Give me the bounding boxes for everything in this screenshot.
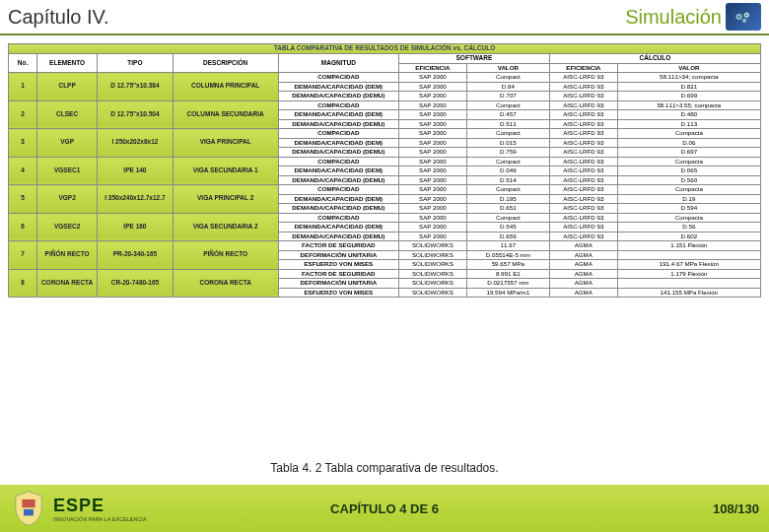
stub-tipo: IPE 140: [98, 157, 173, 185]
cell-ceff: AISC-LRFD 93: [549, 166, 617, 176]
cell-ceff: AISC-LRFD 93: [549, 92, 617, 101]
col-soft-val: VALOR: [466, 63, 549, 73]
cell-ceff: AISC-LRFD 93: [549, 213, 617, 223]
espe-logo-text: ESPE: [53, 496, 147, 516]
cell-seff: SAP 2000: [399, 138, 467, 148]
col-tipo: TIPO: [98, 53, 173, 72]
cell-sval: D.659: [466, 232, 549, 241]
col-calc-val: VALOR: [617, 63, 760, 73]
stub-no: 5: [9, 185, 37, 214]
magnitude-label: COMPACIDAD: [278, 73, 398, 83]
table-row: 1CLPPD 12.75"x10.384COLUMNA PRINCIPALCOM…: [9, 73, 761, 83]
stub-tipo: IPE 160: [98, 213, 173, 241]
cell-cval: 58.111>34; compacta: [617, 73, 760, 83]
magnitude-label: ESFUERZO VON MISES: [278, 288, 398, 298]
col-elemento: ELEMENTO: [37, 53, 98, 72]
cell-cval: D.56: [617, 223, 760, 233]
cell-cval: D.821: [617, 82, 760, 92]
results-table: TABLA COMPARATIVA DE RESULTADOS DE SIMUL…: [8, 43, 761, 298]
magnitude-label: DEMANDA/CAPACIDAD (DEMU): [278, 204, 398, 214]
cell-seff: SAP 2000: [399, 148, 467, 158]
stub-desc: CORONA RECTA: [173, 269, 278, 298]
cell-seff: SAP 2000: [399, 110, 467, 120]
svg-rect-6: [22, 499, 35, 507]
cell-seff: SAP 2000: [399, 213, 467, 223]
cell-seff: SAP 2000: [399, 185, 467, 195]
cell-cval: D.480: [617, 110, 760, 120]
magnitude-label: FACTOR DE SEGURIDAD: [278, 241, 398, 251]
cell-ceff: AISC-LRFD 93: [549, 148, 617, 158]
cell-sval: 8.991 E1: [466, 269, 549, 279]
cell-sval: D.651: [466, 204, 549, 214]
stub-el: VGSEC2: [37, 213, 98, 241]
stub-tipo: PR-20-340-165: [98, 241, 173, 270]
cell-sval: D.545: [466, 223, 549, 233]
cell-ceff: AISC-LRFD 93: [549, 194, 617, 204]
magnitude-label: COMPACIDAD: [278, 213, 398, 223]
cell-cval: Compacta: [617, 213, 760, 223]
magnitude-label: COMPACIDAD: [278, 157, 398, 166]
stub-desc: PIÑÓN RECTO: [173, 241, 278, 270]
stub-no: 1: [9, 73, 37, 101]
cell-sval: Compact: [466, 100, 549, 110]
cell-sval: Compact: [466, 73, 549, 83]
col-calculo: CÁLCULO: [549, 53, 760, 63]
cell-ceff: AGMA: [549, 279, 617, 289]
cell-ceff: AISC-LRFD 93: [549, 82, 617, 92]
cell-cval: Compacta: [617, 129, 760, 139]
results-table-wrap: TABLA COMPARATIVA DE RESULTADOS DE SIMUL…: [8, 43, 761, 459]
cell-ceff: AISC-LRFD 93: [549, 73, 617, 83]
cell-sval: Compact: [466, 185, 549, 195]
cell-ceff: AISC-LRFD 93: [549, 157, 617, 166]
cell-sval: D.0217557 mm: [466, 279, 549, 289]
table-row: 2CLSECD 12.75"x10.504COLUMNA SECUNDARIAC…: [9, 100, 761, 110]
cell-ceff: AISC-LRFD 93: [549, 100, 617, 110]
cell-seff: SAP 2000: [399, 73, 467, 83]
cell-cval: D.699: [617, 92, 760, 101]
cell-sval: D.511: [466, 119, 549, 129]
col-no: No.: [9, 53, 37, 72]
header-gears-icon: [726, 3, 761, 31]
header: Capítulo IV. Simulación: [0, 0, 769, 35]
cell-sval: D.707: [466, 92, 549, 101]
table-row: 5VGP2I 350x240x12.7x12.7VIGA PRINCIPAL 2…: [9, 185, 761, 195]
cell-seff: SOLIDWORKS: [399, 250, 467, 260]
magnitude-label: COMPACIDAD: [278, 185, 398, 195]
stub-el: CORONA RECTA: [37, 269, 98, 298]
cell-cval: [617, 250, 760, 260]
cell-ceff: AISC-LRFD 93: [549, 138, 617, 148]
cell-ceff: AISC-LRFD 93: [549, 204, 617, 214]
section-title: Simulación: [625, 6, 722, 29]
table-row: 4VGSEC1IPE 140VIGA SECUNDARIA 1COMPACIDA…: [9, 157, 761, 166]
table-banner: TABLA COMPARATIVA DE RESULTADOS DE SIMUL…: [9, 44, 761, 54]
cell-seff: SAP 2000: [399, 92, 467, 101]
cell-seff: SAP 2000: [399, 82, 467, 92]
stub-no: 6: [9, 213, 37, 241]
cell-ceff: AISC-LRFD 93: [549, 175, 617, 185]
cell-ceff: AGMA: [549, 288, 617, 298]
stub-desc: VIGA PRINCIPAL 2: [173, 185, 278, 214]
magnitude-label: DEMANDA/CAPACIDAD (DEMU): [278, 92, 398, 101]
stub-desc: VIGA SECUNDARIA 2: [173, 213, 278, 241]
magnitude-label: DEFORMACIÓN UNITARIA: [278, 279, 398, 289]
cell-ceff: AISC-LRFD 93: [549, 119, 617, 129]
cell-ceff: AISC-LRFD 93: [549, 223, 617, 233]
magnitude-label: DEMANDA/CAPACIDAD (DEM): [278, 110, 398, 120]
table-caption: Tabla 4. 2 Tabla comparativa de resultad…: [0, 461, 769, 475]
cell-cval: D.113: [617, 119, 760, 129]
cell-sval: D.015: [466, 138, 549, 148]
stub-tipo: I 350x240x12.7x12.7: [98, 185, 173, 214]
cell-seff: SOLIDWORKS: [399, 279, 467, 289]
magnitude-label: DEMANDA/CAPACIDAD (DEM): [278, 223, 398, 233]
cell-cval: D.065: [617, 166, 760, 176]
table-row: 7PIÑÓN RECTOPR-20-340-165PIÑÓN RECTOFACT…: [9, 241, 761, 251]
cell-seff: SAP 2000: [399, 157, 467, 166]
magnitude-label: DEMANDA/CAPACIDAD (DEM): [278, 82, 398, 92]
magnitude-label: COMPACIDAD: [278, 129, 398, 139]
cell-ceff: AGMA: [549, 260, 617, 270]
cell-sval: Compact: [466, 157, 549, 166]
table-row: 8CORONA RECTACR-20-7480-165CORONA RECTAF…: [9, 269, 761, 279]
cell-seff: SAP 2000: [399, 204, 467, 214]
svg-point-1: [738, 16, 740, 18]
stub-el: CLPP: [37, 73, 98, 101]
